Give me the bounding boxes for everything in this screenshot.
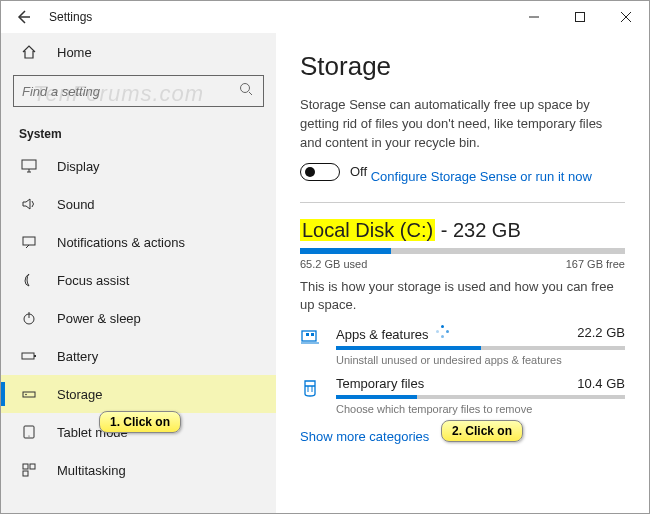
- sidebar-item-label: Notifications & actions: [57, 235, 185, 250]
- svg-point-1: [241, 84, 250, 93]
- notifications-icon: [19, 232, 39, 252]
- annotation-callout-1: 1. Click on: [99, 411, 181, 433]
- category-subtext: Uninstall unused or undesired apps & fea…: [336, 354, 625, 366]
- category-icon: [300, 327, 322, 350]
- show-more-link[interactable]: Show more categories: [300, 429, 429, 444]
- sidebar-item-display[interactable]: Display: [1, 147, 276, 185]
- category-name: Apps & features: [336, 325, 450, 342]
- page-title: Storage: [300, 51, 625, 82]
- maximize-button[interactable]: [557, 1, 603, 33]
- category-subtext: Choose which temporary files to remove: [336, 403, 625, 415]
- sidebar-item-battery[interactable]: Battery: [1, 337, 276, 375]
- category-row-apps-features[interactable]: Apps & features 22.2 GBUninstall unused …: [300, 325, 625, 366]
- category-size: 22.2 GB: [577, 325, 625, 342]
- disk-name: Local Disk (C:): [300, 219, 435, 241]
- svg-rect-12: [30, 464, 35, 469]
- category-bar: [336, 346, 625, 350]
- sidebar-home-label: Home: [57, 45, 92, 60]
- back-button[interactable]: [9, 3, 37, 31]
- svg-rect-3: [23, 237, 35, 245]
- svg-rect-16: [311, 333, 314, 336]
- sidebar-section-header: System: [1, 117, 276, 147]
- sidebar-item-notifications[interactable]: Notifications & actions: [1, 223, 276, 261]
- sidebar-item-focus[interactable]: Focus assist: [1, 261, 276, 299]
- sidebar-item-multitask[interactable]: Multitasking: [1, 451, 276, 489]
- sidebar-home[interactable]: Home: [1, 33, 276, 71]
- disk-sep: -: [441, 219, 453, 241]
- sidebar-item-label: Sound: [57, 197, 95, 212]
- disk-usage-bar: [300, 248, 625, 254]
- svg-point-8: [25, 394, 27, 396]
- tablet-icon: [19, 422, 39, 442]
- svg-point-10: [28, 435, 29, 436]
- category-icon: [300, 378, 322, 401]
- battery-icon: [19, 346, 39, 366]
- divider: [300, 202, 625, 203]
- category-bar: [336, 395, 625, 399]
- sidebar-item-label: Power & sleep: [57, 311, 141, 326]
- storage-icon: [19, 384, 39, 404]
- focus-icon: [19, 270, 39, 290]
- power-icon: [19, 308, 39, 328]
- disk-size: 232 GB: [453, 219, 521, 241]
- sidebar-item-label: Display: [57, 159, 100, 174]
- sidebar-item-power[interactable]: Power & sleep: [1, 299, 276, 337]
- disk-free-label: 167 GB free: [566, 258, 625, 270]
- annotation-callout-2: 2. Click on: [441, 420, 523, 442]
- sidebar: Home System DisplaySoundNotifications & …: [1, 33, 276, 513]
- sidebar-item-sound[interactable]: Sound: [1, 185, 276, 223]
- display-icon: [19, 156, 39, 176]
- disk-used-label: 65.2 GB used: [300, 258, 367, 270]
- storage-sense-description: Storage Sense can automatically free up …: [300, 96, 625, 153]
- svg-rect-6: [34, 355, 36, 357]
- category-name: Temporary files: [336, 376, 424, 391]
- sidebar-item-label: Storage: [57, 387, 103, 402]
- svg-rect-2: [22, 160, 36, 169]
- titlebar: Settings: [1, 1, 649, 33]
- svg-rect-7: [23, 392, 35, 397]
- configure-link[interactable]: Configure Storage Sense or run it now: [371, 169, 592, 184]
- sidebar-item-label: Battery: [57, 349, 98, 364]
- disk-title: Local Disk (C:) - 232 GB: [300, 219, 625, 242]
- svg-rect-15: [306, 333, 309, 336]
- usage-description: This is how your storage is used and how…: [300, 278, 625, 316]
- sidebar-item-storage[interactable]: Storage: [1, 375, 276, 413]
- loading-spinner: [436, 325, 450, 339]
- sidebar-item-label: Multitasking: [57, 463, 126, 478]
- home-icon: [19, 42, 39, 62]
- window-title: Settings: [49, 10, 92, 24]
- svg-rect-13: [23, 471, 28, 476]
- search-icon: [239, 82, 255, 100]
- minimize-button[interactable]: [511, 1, 557, 33]
- search-input[interactable]: [22, 84, 239, 99]
- svg-rect-11: [23, 464, 28, 469]
- svg-rect-0: [576, 13, 585, 22]
- sidebar-item-label: Focus assist: [57, 273, 129, 288]
- category-size: 10.4 GB: [577, 376, 625, 391]
- settings-window: TenForums.com Settings Home System: [0, 0, 650, 514]
- category-row-temporary-files[interactable]: Temporary files10.4 GBChoose which tempo…: [300, 376, 625, 415]
- storage-sense-toggle[interactable]: [300, 163, 340, 181]
- toggle-label: Off: [350, 164, 367, 179]
- close-button[interactable]: [603, 1, 649, 33]
- search-box[interactable]: [13, 75, 264, 107]
- svg-rect-5: [22, 353, 34, 359]
- multitask-icon: [19, 460, 39, 480]
- sound-icon: [19, 194, 39, 214]
